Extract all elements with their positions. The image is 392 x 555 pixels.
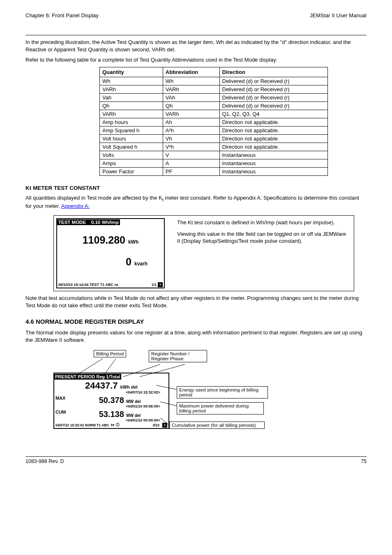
arrow-icon: ↦ — [111, 423, 114, 427]
test-quantity-table: Quantity Abbreviation Direction WhWhDeli… — [99, 67, 328, 176]
table-row: Amp Squared hA²hDirection not applicable… — [100, 126, 328, 134]
table-row: VoltsVInstantaneous — [100, 151, 328, 159]
callout-register-number: Register Number / Register Phase — [149, 350, 207, 362]
heading-normal: 4.6 NORMAL MODE REGISTER DISPLAY — [25, 318, 367, 325]
normal-p1: The Normal mode display presents values … — [25, 329, 367, 343]
table-row: AmpsAInstantaneous — [100, 159, 328, 167]
lcd-row-kwh: 1109.280 kWh — [57, 234, 164, 246]
intro-p2: Refer to the following table for a compl… — [25, 56, 367, 64]
arrow-icon: ↦ — [115, 283, 118, 287]
th-quantity: Quantity — [100, 67, 163, 77]
lcd-panel-normal: PRESENT PERIOD Reg 1/Total 24437.7 kWh d… — [53, 373, 169, 429]
table-row: WhWhDelivered (d) or Received (r) — [100, 77, 328, 85]
footer-rule — [25, 456, 367, 457]
table-row: Volt Squared hV²hDirection not applicabl… — [100, 143, 328, 151]
callout-max: Maximum power delivered during billing p… — [177, 402, 264, 415]
table-row: VahVAhDelivered (d) or Received (r) — [100, 93, 328, 101]
lcd-title-left: TEST MODE — [58, 220, 86, 225]
header-rule — [25, 35, 367, 35]
header-left: Chapter 6: Front Panel Display — [25, 12, 99, 18]
note-paragraph: Note that test accumulations while in Te… — [25, 295, 367, 309]
table-row: VARhVARhDelivered (d) or Received (r) — [100, 85, 328, 93]
lcd2-footer: 04/07/10 15:32:02 NORM T1 ABC ↦ ⓘ 3/10 1 — [54, 422, 168, 428]
xref-appendix-link[interactable]: Appendix A: — [61, 203, 90, 209]
callout-energy: Energy used since beginning of billing p… — [177, 386, 268, 398]
lcd-footer: 06/10/10 19:14:04 TEST T1 ABC ↦ 1/1 1 — [57, 282, 164, 288]
lcd-row-kvarh: 0 kvarh — [57, 256, 148, 268]
side-text: The Kt test constant is defined in Wh/Im… — [177, 219, 350, 245]
intro-p1: In the preceding illustration, the Activ… — [25, 39, 367, 53]
th-abbrev: Abbreviation — [163, 67, 219, 77]
table-row: QhQhDelivered (d) or Received (r) — [100, 101, 328, 110]
figure-normal-mode-annotated: Billing Period Register Number / Registe… — [53, 348, 353, 447]
badge-icon: 1 — [158, 282, 163, 287]
table-row: Power FactorPFInstantaneous — [100, 167, 328, 175]
lcd2-row-cum: CUM 53.138 MW del — [54, 410, 168, 419]
callout-cum: Cumulative power (for all billing period… — [169, 421, 265, 429]
table-row: Amp hoursAhDirection not applicable. — [100, 118, 328, 126]
footer-right: 75 — [361, 458, 367, 464]
kt-paragraph: All quantities displayed in Test mode ar… — [25, 194, 367, 210]
lcd2-row-max: MAX 50.378 MW del — [54, 396, 168, 405]
lcd2-row-energy: 24437.7 kWh del — [54, 380, 168, 391]
lcd-title-right: 0.10 Wh/Imp — [91, 220, 119, 225]
footer-left: 1083-989 Rev. D — [25, 458, 64, 464]
th-direction: Direction — [219, 67, 328, 77]
figure-test-mode-screen: TEST MODE 0.10 Wh/Imp 1109.280 kWh 0 kva… — [53, 215, 354, 291]
info-icon: ⓘ — [116, 423, 120, 428]
lcd-panel-test: TEST MODE 0.10 Wh/Imp 1109.280 kWh 0 kva… — [56, 218, 165, 288]
badge-icon: 1 — [162, 423, 167, 428]
lcd2-title: PRESENT PERIOD Reg 1/Total — [54, 374, 121, 380]
header-right: JEMStar II User Manual — [310, 12, 367, 18]
heading-kt: Kt METER TEST CONSTANT — [25, 185, 367, 191]
table-row: Volt hoursVhDirection not applicable. — [100, 134, 328, 143]
table-row: VARhVARhQ1, Q2, Q3, Q4 — [100, 110, 328, 118]
callout-billing-period: Billing Period — [94, 350, 126, 357]
